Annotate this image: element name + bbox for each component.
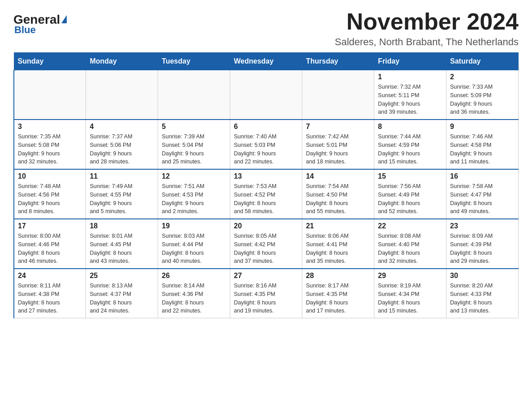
day-number: 11 (90, 172, 154, 180)
calendar-cell: 10Sunrise: 7:48 AM Sunset: 4:56 PM Dayli… (14, 169, 86, 219)
calendar-cell: 23Sunrise: 8:09 AM Sunset: 4:39 PM Dayli… (446, 219, 519, 269)
day-info: Sunrise: 7:39 AM Sunset: 5:04 PM Dayligh… (162, 133, 226, 166)
calendar-cell: 16Sunrise: 7:58 AM Sunset: 4:47 PM Dayli… (446, 169, 519, 219)
calendar-cell: 3Sunrise: 7:35 AM Sunset: 5:08 PM Daylig… (14, 120, 86, 169)
weekday-header-saturday: Saturday (446, 53, 519, 70)
calendar-cell (302, 70, 374, 120)
day-info: Sunrise: 7:48 AM Sunset: 4:56 PM Dayligh… (18, 182, 82, 216)
day-number: 18 (90, 222, 154, 230)
day-number: 4 (90, 123, 154, 131)
day-number: 9 (450, 123, 515, 131)
day-info: Sunrise: 7:35 AM Sunset: 5:08 PM Dayligh… (18, 133, 82, 166)
day-info: Sunrise: 7:51 AM Sunset: 4:53 PM Dayligh… (162, 182, 226, 216)
logo: General Blue (13, 9, 67, 36)
weekday-header-thursday: Thursday (302, 53, 374, 70)
day-number: 30 (450, 272, 515, 280)
day-info: Sunrise: 8:01 AM Sunset: 4:45 PM Dayligh… (90, 232, 154, 265)
day-number: 25 (90, 272, 154, 280)
day-info: Sunrise: 7:49 AM Sunset: 4:55 PM Dayligh… (90, 182, 154, 216)
weekday-header-sunday: Sunday (14, 53, 86, 70)
day-number: 7 (306, 123, 370, 131)
day-info: Sunrise: 7:58 AM Sunset: 4:47 PM Dayligh… (450, 182, 515, 216)
day-info: Sunrise: 7:40 AM Sunset: 5:03 PM Dayligh… (234, 133, 298, 166)
day-info: Sunrise: 7:33 AM Sunset: 5:09 PM Dayligh… (450, 83, 515, 116)
logo-triangle-icon (61, 15, 67, 23)
day-number: 6 (234, 123, 298, 131)
calendar-cell: 7Sunrise: 7:42 AM Sunset: 5:01 PM Daylig… (302, 120, 374, 169)
day-info: Sunrise: 7:46 AM Sunset: 4:58 PM Dayligh… (450, 133, 515, 166)
calendar-table: SundayMondayTuesdayWednesdayThursdayFrid… (13, 52, 519, 318)
day-number: 16 (450, 172, 515, 180)
calendar-cell: 8Sunrise: 7:44 AM Sunset: 4:59 PM Daylig… (374, 120, 446, 169)
logo-blue: Blue (14, 24, 36, 36)
calendar-cell: 2Sunrise: 7:33 AM Sunset: 5:09 PM Daylig… (446, 70, 519, 120)
calendar-row-1: 3Sunrise: 7:35 AM Sunset: 5:08 PM Daylig… (14, 120, 519, 169)
page-header: General Blue November 2024 Salderes, Nor… (13, 9, 519, 48)
calendar-cell: 22Sunrise: 8:08 AM Sunset: 4:40 PM Dayli… (374, 219, 446, 269)
day-info: Sunrise: 7:37 AM Sunset: 5:06 PM Dayligh… (90, 133, 154, 166)
day-number: 10 (18, 172, 82, 180)
day-number: 8 (378, 123, 442, 131)
day-number: 24 (18, 272, 82, 280)
day-number: 23 (450, 222, 515, 230)
day-number: 22 (378, 222, 442, 230)
day-number: 20 (234, 222, 298, 230)
day-info: Sunrise: 8:09 AM Sunset: 4:39 PM Dayligh… (450, 232, 515, 265)
calendar-cell: 28Sunrise: 8:17 AM Sunset: 4:35 PM Dayli… (302, 269, 374, 318)
day-info: Sunrise: 8:19 AM Sunset: 4:34 PM Dayligh… (378, 282, 442, 315)
day-number: 5 (162, 123, 226, 131)
calendar-cell: 13Sunrise: 7:53 AM Sunset: 4:52 PM Dayli… (230, 169, 302, 219)
calendar-cell: 6Sunrise: 7:40 AM Sunset: 5:03 PM Daylig… (230, 120, 302, 169)
day-number: 14 (306, 172, 370, 180)
day-info: Sunrise: 8:14 AM Sunset: 4:36 PM Dayligh… (162, 282, 226, 315)
calendar-cell: 25Sunrise: 8:13 AM Sunset: 4:37 PM Dayli… (86, 269, 158, 318)
day-number: 19 (162, 222, 226, 230)
calendar-cell: 12Sunrise: 7:51 AM Sunset: 4:53 PM Dayli… (158, 169, 230, 219)
day-number: 12 (162, 172, 226, 180)
day-info: Sunrise: 7:53 AM Sunset: 4:52 PM Dayligh… (234, 182, 298, 216)
day-number: 1 (378, 73, 442, 81)
weekday-header-wednesday: Wednesday (230, 53, 302, 70)
day-info: Sunrise: 7:54 AM Sunset: 4:50 PM Dayligh… (306, 182, 370, 216)
day-info: Sunrise: 8:05 AM Sunset: 4:42 PM Dayligh… (234, 232, 298, 265)
day-number: 26 (162, 272, 226, 280)
day-info: Sunrise: 8:08 AM Sunset: 4:40 PM Dayligh… (378, 232, 442, 265)
month-year-title: November 2024 (335, 9, 519, 34)
day-info: Sunrise: 7:56 AM Sunset: 4:49 PM Dayligh… (378, 182, 442, 216)
calendar-cell: 18Sunrise: 8:01 AM Sunset: 4:45 PM Dayli… (86, 219, 158, 269)
day-info: Sunrise: 8:16 AM Sunset: 4:35 PM Dayligh… (234, 282, 298, 315)
day-number: 2 (450, 73, 515, 81)
calendar-cell (86, 70, 158, 120)
day-info: Sunrise: 7:32 AM Sunset: 5:11 PM Dayligh… (378, 83, 442, 116)
calendar-row-3: 17Sunrise: 8:00 AM Sunset: 4:46 PM Dayli… (14, 219, 519, 269)
day-info: Sunrise: 7:44 AM Sunset: 4:59 PM Dayligh… (378, 133, 442, 166)
day-info: Sunrise: 8:20 AM Sunset: 4:33 PM Dayligh… (450, 282, 515, 315)
calendar-cell: 24Sunrise: 8:11 AM Sunset: 4:38 PM Dayli… (14, 269, 86, 318)
calendar-cell: 27Sunrise: 8:16 AM Sunset: 4:35 PM Dayli… (230, 269, 302, 318)
calendar-cell: 30Sunrise: 8:20 AM Sunset: 4:33 PM Dayli… (446, 269, 519, 318)
day-info: Sunrise: 8:11 AM Sunset: 4:38 PM Dayligh… (18, 282, 82, 315)
weekday-header-tuesday: Tuesday (158, 53, 230, 70)
calendar-cell: 1Sunrise: 7:32 AM Sunset: 5:11 PM Daylig… (374, 70, 446, 120)
calendar-header-row: SundayMondayTuesdayWednesdayThursdayFrid… (14, 53, 519, 70)
calendar-cell (230, 70, 302, 120)
weekday-header-friday: Friday (374, 53, 446, 70)
calendar-row-0: 1Sunrise: 7:32 AM Sunset: 5:11 PM Daylig… (14, 70, 519, 120)
day-number: 28 (306, 272, 370, 280)
day-number: 27 (234, 272, 298, 280)
calendar-row-4: 24Sunrise: 8:11 AM Sunset: 4:38 PM Dayli… (14, 269, 519, 318)
title-area: November 2024 Salderes, North Brabant, T… (335, 9, 519, 48)
calendar-cell: 15Sunrise: 7:56 AM Sunset: 4:49 PM Dayli… (374, 169, 446, 219)
location-subtitle: Salderes, North Brabant, The Netherlands (335, 36, 519, 48)
day-number: 29 (378, 272, 442, 280)
calendar-cell: 26Sunrise: 8:14 AM Sunset: 4:36 PM Dayli… (158, 269, 230, 318)
day-number: 17 (18, 222, 82, 230)
weekday-header-monday: Monday (86, 53, 158, 70)
calendar-cell: 4Sunrise: 7:37 AM Sunset: 5:06 PM Daylig… (86, 120, 158, 169)
day-info: Sunrise: 8:03 AM Sunset: 4:44 PM Dayligh… (162, 232, 226, 265)
day-info: Sunrise: 8:13 AM Sunset: 4:37 PM Dayligh… (90, 282, 154, 315)
day-number: 21 (306, 222, 370, 230)
day-number: 13 (234, 172, 298, 180)
calendar-cell: 14Sunrise: 7:54 AM Sunset: 4:50 PM Dayli… (302, 169, 374, 219)
calendar-cell: 17Sunrise: 8:00 AM Sunset: 4:46 PM Dayli… (14, 219, 86, 269)
